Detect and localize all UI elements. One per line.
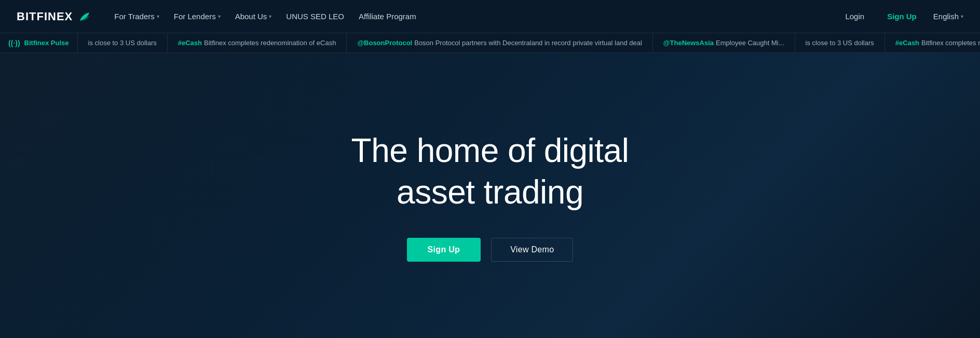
ticker-text: Boson Protocol partners with Decentralan…: [414, 39, 642, 47]
list-item: #eCash Bitfinex completes redenomination…: [885, 33, 980, 53]
nav-items: For Traders ▾ For Lenders ▾ About Us ▾ U…: [108, 8, 422, 25]
login-button[interactable]: Login: [839, 8, 870, 25]
signup-hero-button[interactable]: Sign Up: [407, 238, 481, 262]
ticker-mention: #eCash: [178, 39, 202, 47]
chevron-down-icon: ▾: [157, 13, 159, 19]
navbar: BITFINEX For Traders ▾ For Lenders ▾ Abo…: [0, 0, 980, 33]
nav-item-lenders[interactable]: For Lenders ▾: [168, 8, 227, 25]
hero-section: The home of digital asset trading Sign U…: [0, 53, 980, 338]
logo-leaf-icon: [77, 9, 91, 24]
nav-item-unus[interactable]: UNUS SED LEO: [280, 8, 350, 25]
ticker-text: Employee Caught Mi...: [716, 39, 784, 47]
list-item: is close to 3 US dollars: [78, 33, 168, 53]
nav-item-about[interactable]: About Us ▾: [229, 8, 278, 25]
ticker-text: is close to 3 US dollars: [88, 39, 157, 47]
pulse-icon: ((·)): [8, 39, 20, 47]
view-demo-button[interactable]: View Demo: [491, 238, 573, 262]
list-item: #eCash Bitfinex completes redenomination…: [168, 33, 347, 53]
nav-item-traders[interactable]: For Traders ▾: [108, 8, 166, 25]
language-selector[interactable]: English ▾: [933, 12, 963, 21]
navbar-right: Login Sign Up English ▾: [839, 8, 963, 25]
nav-item-affiliate[interactable]: Affiliate Program: [352, 8, 423, 25]
logo[interactable]: BITFINEX: [17, 9, 91, 24]
ticker-text: Bitfinex completes redenomination of eCa…: [921, 39, 980, 47]
signup-nav-button[interactable]: Sign Up: [881, 8, 923, 25]
logo-text: BITFINEX: [17, 10, 73, 23]
list-item: @BosonProtocol Boson Protocol partners w…: [347, 33, 652, 53]
chevron-down-icon: ▾: [218, 13, 221, 19]
hero-buttons: Sign Up View Demo: [407, 238, 574, 262]
chevron-down-icon: ▾: [269, 13, 271, 19]
ticker-text: is close to 3 US dollars: [806, 39, 874, 47]
list-item: @TheNewsAsia Employee Caught Mi...: [653, 33, 795, 53]
ticker-pulse[interactable]: ((·)) Bitfinex Pulse: [0, 33, 78, 52]
ticker-mention: @TheNewsAsia: [663, 39, 714, 47]
ticker-text: Bitfinex completes redenomination of eCa…: [204, 39, 336, 47]
ticker-scroll: is close to 3 US dollars #eCash Bitfinex…: [78, 33, 980, 53]
language-label: English: [933, 12, 959, 21]
ticker-mention: @BosonProtocol: [357, 39, 412, 47]
chevron-down-icon: ▾: [961, 13, 963, 19]
hero-title: The home of digital asset trading: [308, 130, 672, 213]
ticker-inner: is close to 3 US dollars #eCash Bitfinex…: [78, 33, 980, 53]
ticker-mention: #eCash: [895, 39, 919, 47]
list-item: is close to 3 US dollars: [795, 33, 885, 53]
navbar-left: BITFINEX For Traders ▾ For Lenders ▾ Abo…: [17, 8, 423, 25]
ticker-pulse-label: Bitfinex Pulse: [24, 39, 69, 47]
ticker-bar: ((·)) Bitfinex Pulse is close to 3 US do…: [0, 33, 980, 53]
